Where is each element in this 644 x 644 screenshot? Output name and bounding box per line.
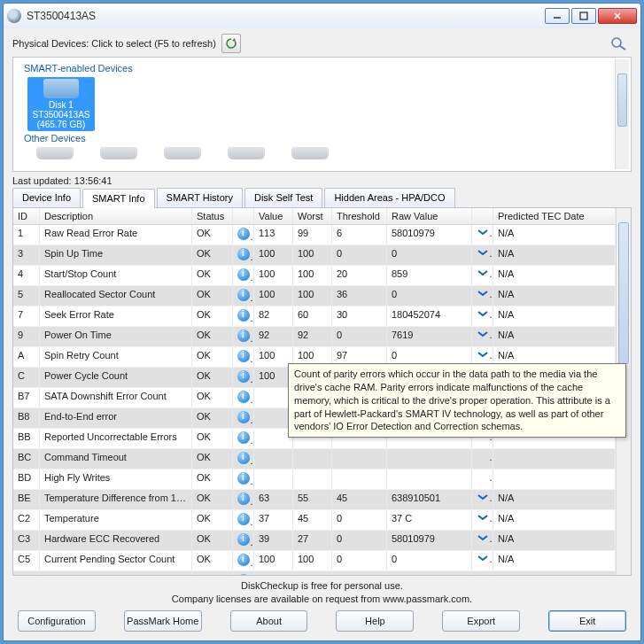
col-worst[interactable]: Worst xyxy=(293,208,332,224)
device-panel-scrollbar[interactable] xyxy=(615,59,629,169)
expand-icon[interactable] xyxy=(472,225,493,244)
other-device-icon[interactable] xyxy=(228,147,265,159)
cell-raw: 859 xyxy=(387,266,472,285)
other-device-icon[interactable] xyxy=(100,147,137,159)
expand-icon[interactable] xyxy=(472,510,493,530)
col-status[interactable]: Status xyxy=(192,208,233,224)
cell-status: OK xyxy=(192,347,233,367)
info-icon[interactable] xyxy=(233,429,254,448)
info-icon[interactable] xyxy=(233,347,254,367)
info-icon[interactable] xyxy=(233,388,254,407)
device-item-disk1[interactable]: Disk 1 ST3500413AS (465.76 GB) xyxy=(27,77,95,131)
info-icon[interactable] xyxy=(233,449,254,469)
table-row[interactable]: 9Power On TimeOK929207619N/A xyxy=(13,327,616,347)
expand-icon[interactable] xyxy=(472,551,493,570)
cell-raw: 180452074 xyxy=(387,306,472,326)
col-description[interactable]: Description xyxy=(40,208,192,224)
cell-id: BE xyxy=(13,490,40,509)
table-row[interactable]: 4Start/Stop CountOK10010020859N/A xyxy=(13,266,616,286)
minimize-button[interactable] xyxy=(545,8,570,24)
tab-hidden-areas[interactable]: Hidden Areas - HPA/DCO xyxy=(324,188,454,207)
other-device-icon[interactable] xyxy=(164,147,201,159)
cell-threshold: 0 xyxy=(332,571,387,575)
tab-disk-self-test[interactable]: Disk Self Test xyxy=(244,188,322,207)
info-icon[interactable] xyxy=(233,245,254,265)
table-row[interactable]: C2TemperatureOK3745037 CN/A xyxy=(13,510,616,531)
info-icon[interactable] xyxy=(233,225,254,244)
tab-device-info[interactable]: Device Info xyxy=(12,188,81,207)
cell-worst: 27 xyxy=(293,531,332,550)
expand-icon[interactable] xyxy=(472,306,493,326)
titlebar[interactable]: ST3500413AS xyxy=(4,4,640,28)
info-icon[interactable] xyxy=(233,551,254,570)
expand-icon[interactable] xyxy=(472,571,493,575)
col-expand[interactable] xyxy=(472,208,493,224)
footer-line1: DiskCheckup is free for personal use. xyxy=(12,579,632,592)
cell-id: 3 xyxy=(13,245,40,265)
passmark-home-button[interactable]: PassMark Home xyxy=(124,610,202,632)
info-icon[interactable] xyxy=(233,531,254,550)
table-row[interactable]: BETemperature Difference from 100OK63554… xyxy=(13,490,616,510)
refresh-button[interactable] xyxy=(221,34,241,53)
info-icon[interactable] xyxy=(233,327,254,346)
info-icon[interactable] xyxy=(233,266,254,285)
device-name-line1: Disk 1 xyxy=(49,100,74,110)
help-button[interactable]: Help xyxy=(336,610,414,632)
cell-value: 92 xyxy=(254,327,293,346)
table-row[interactable]: 7Seek Error RateOK826030180452074N/A xyxy=(13,306,616,327)
col-threshold[interactable]: Threshold xyxy=(332,208,387,224)
table-header[interactable]: ID Description Status Value Worst Thresh… xyxy=(13,208,616,225)
col-raw[interactable]: Raw Value xyxy=(387,208,472,224)
expand-icon[interactable] xyxy=(472,449,493,469)
tab-smart-history[interactable]: SMART History xyxy=(157,188,243,207)
search-icon[interactable] xyxy=(607,34,632,53)
close-button[interactable] xyxy=(598,8,637,24)
col-tec[interactable]: Predicted TEC Date xyxy=(493,208,616,224)
maximize-button[interactable] xyxy=(571,8,596,24)
expand-icon[interactable] xyxy=(472,266,493,285)
info-icon[interactable] xyxy=(233,286,254,306)
col-id[interactable]: ID xyxy=(13,208,40,224)
table-row[interactable]: BDHigh Fly WritesOK xyxy=(13,469,616,490)
table-row[interactable]: BCCommand TimeoutOK xyxy=(13,449,616,469)
svg-point-4 xyxy=(612,38,621,47)
configuration-button[interactable]: Configuration xyxy=(18,610,96,632)
cell-description: Command Timeout xyxy=(40,449,192,469)
table-row[interactable]: C6Uncorrectable Sector CountOK10010000N/… xyxy=(13,571,616,575)
info-icon[interactable] xyxy=(233,408,254,428)
export-button[interactable]: Export xyxy=(442,610,520,632)
info-icon[interactable] xyxy=(233,490,254,509)
table-row[interactable]: 5Reallocated Sector CountOK100100360N/A xyxy=(13,286,616,306)
info-icon[interactable] xyxy=(233,469,254,489)
tab-smart-info[interactable]: SMART Info xyxy=(82,189,155,208)
col-info[interactable] xyxy=(233,208,254,224)
expand-icon[interactable] xyxy=(472,286,493,306)
table-row[interactable]: 1Raw Read Error RateOK11399658010979N/A xyxy=(13,225,616,245)
expand-icon[interactable] xyxy=(472,531,493,550)
info-icon[interactable] xyxy=(233,368,254,387)
other-device-icon[interactable] xyxy=(291,147,329,159)
expand-icon[interactable] xyxy=(472,490,493,509)
exit-button[interactable]: Exit xyxy=(548,610,626,632)
table-row[interactable]: C5Current Pending Sector CountOK10010000… xyxy=(13,551,616,571)
cell-value: 100 xyxy=(254,266,293,285)
other-device-icon[interactable] xyxy=(36,147,74,159)
cell-id: C5 xyxy=(13,551,40,570)
table-row[interactable]: 3Spin Up TimeOK10010000N/A xyxy=(13,245,616,266)
info-icon[interactable] xyxy=(233,306,254,326)
cell-threshold: 36 xyxy=(332,286,387,306)
expand-icon[interactable] xyxy=(472,469,493,489)
expand-icon[interactable] xyxy=(472,245,493,265)
table-row[interactable]: C3Hardware ECC RecoveredOK3927058010979N… xyxy=(13,531,616,551)
cell-description: High Fly Writes xyxy=(40,469,192,489)
cell-description: Power Cycle Count xyxy=(40,368,192,387)
info-icon[interactable] xyxy=(233,510,254,530)
expand-icon[interactable] xyxy=(472,327,493,346)
cell-value xyxy=(254,469,293,489)
cell-worst xyxy=(293,469,332,489)
col-value[interactable]: Value xyxy=(254,208,293,224)
about-button[interactable]: About xyxy=(230,610,308,632)
cell-id: B7 xyxy=(13,388,40,407)
cell-raw xyxy=(387,469,472,489)
info-icon[interactable] xyxy=(233,571,254,575)
